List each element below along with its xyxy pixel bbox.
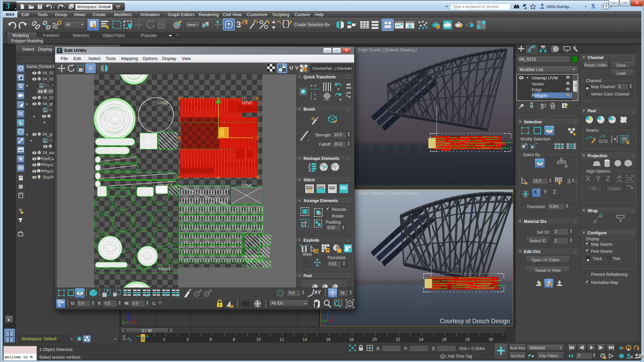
- svg-text:y: y: [322, 318, 323, 322]
- svg-text:–: –: [118, 289, 121, 292]
- svg-text:–: –: [535, 142, 538, 146]
- svg-text:x: x: [133, 318, 135, 322]
- svg-text:Courtesy of Dosch Design: Courtesy of Dosch Design: [440, 318, 510, 324]
- svg-text:U1V-1: U1V-1: [159, 267, 171, 272]
- svg-text:+: +: [314, 97, 316, 102]
- svg-text:x: x: [332, 317, 334, 320]
- svg-text:[High Quality ] [Default Shadi: [High Quality ] [Default Shading ]: [358, 48, 417, 52]
- svg-text:U1V1: U1V1: [158, 183, 169, 188]
- svg-text:U2V1: U2V1: [241, 183, 252, 188]
- svg-text:y: y: [122, 319, 124, 323]
- svg-text:+: +: [339, 97, 342, 102]
- svg-text:+: +: [525, 142, 527, 146]
- svg-text:?: ?: [605, 4, 607, 9]
- svg-text:+: +: [106, 289, 109, 293]
- svg-text:U1V2: U1V2: [158, 101, 168, 105]
- svg-text:+: +: [195, 292, 198, 297]
- svg-text:+: +: [337, 86, 340, 92]
- svg-text:U2V2: U2V2: [242, 101, 252, 105]
- svg-text:+: +: [314, 92, 316, 97]
- svg-text:+ +: + +: [310, 83, 317, 88]
